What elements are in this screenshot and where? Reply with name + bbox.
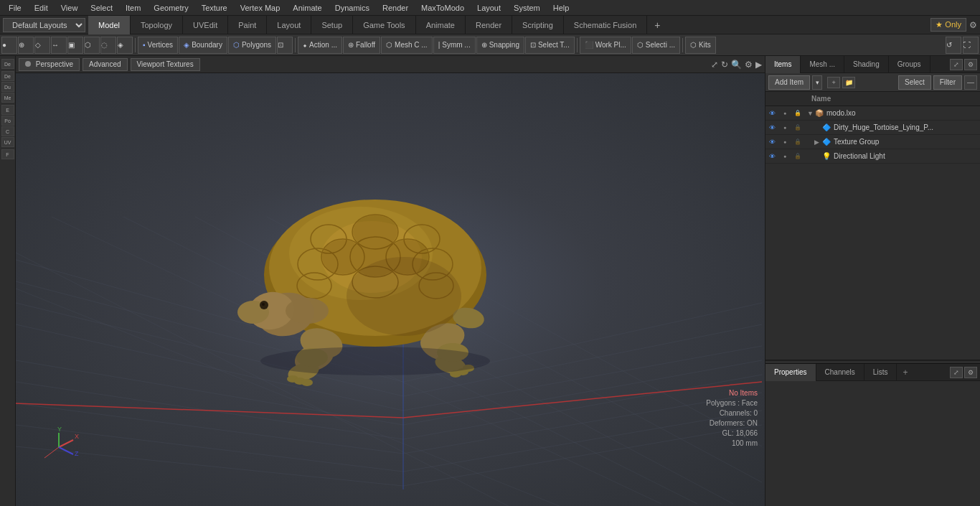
sidebar-tool-6[interactable]: Po: [1, 116, 14, 126]
fullscreen-btn[interactable]: ⛶: [963, 37, 979, 54]
viewport-perspective-toggle[interactable]: Perspective: [19, 58, 80, 71]
menu-vertex-map[interactable]: Vertex Map: [235, 2, 286, 14]
item-modo-lxo[interactable]: 👁 ● 🔒 ▼ 📦 modo.lxo: [765, 106, 980, 121]
viewport-fit-btn[interactable]: ⤢: [711, 60, 718, 70]
item-new-btn[interactable]: +: [827, 77, 840, 88]
menu-view[interactable]: View: [55, 2, 84, 14]
expand-texture[interactable]: ▶: [814, 139, 821, 146]
tab-items[interactable]: Items: [765, 56, 801, 73]
sidebar-tool-5[interactable]: E: [1, 105, 14, 115]
tool-scale-btn[interactable]: ▣: [67, 37, 83, 54]
menu-file[interactable]: File: [3, 2, 27, 14]
add-item-btn[interactable]: Add Item: [768, 75, 810, 90]
work-pl-btn[interactable]: ⬛ Work Pl...: [580, 37, 631, 54]
vertices-mode-btn[interactable]: ▪ Vertices: [138, 37, 178, 54]
viewport-search-btn[interactable]: 🔍: [731, 60, 742, 70]
tab-layout[interactable]: Layout: [267, 16, 311, 34]
lock-light[interactable]: 🔒: [791, 149, 804, 164]
extra-mode-btn[interactable]: ⊡: [277, 37, 293, 54]
tab-setup[interactable]: Setup: [311, 16, 353, 34]
menu-system[interactable]: System: [508, 2, 546, 14]
kits-btn[interactable]: ⬡ Kits: [685, 37, 716, 54]
viewport-refresh-btn[interactable]: ↻: [721, 60, 728, 70]
viewport-canvas[interactable]: No Items Polygons : Face Channels: 0 Def…: [16, 73, 765, 506]
lock-texture[interactable]: 🔒: [791, 135, 804, 149]
tool-lasso-btn[interactable]: ◇: [34, 37, 50, 54]
sidebar-tool-1[interactable]: De: [1, 59, 14, 69]
filter-btn[interactable]: Filter: [933, 75, 962, 90]
tool-crosshair-btn[interactable]: ⊕: [18, 37, 34, 54]
tab-model[interactable]: Model: [88, 16, 131, 34]
layout-settings-icon[interactable]: ⚙: [969, 20, 977, 30]
tab-animate[interactable]: Animate: [416, 16, 466, 34]
menu-item[interactable]: Item: [120, 2, 146, 14]
vis2-modo-lxo[interactable]: ●: [778, 106, 791, 121]
selecti-btn[interactable]: ⬡ Selecti ...: [632, 37, 680, 54]
sidebar-tool-7[interactable]: C: [1, 126, 14, 136]
sidebar-tool-9[interactable]: F: [1, 149, 14, 159]
add-layout-tab[interactable]: +: [647, 17, 667, 34]
tool-ring-btn[interactable]: ◌: [100, 37, 116, 54]
tab-groups[interactable]: Groups: [889, 56, 930, 73]
tab-scripting[interactable]: Scripting: [512, 16, 564, 34]
menu-dynamics[interactable]: Dynamics: [329, 2, 375, 14]
mesh-c-btn[interactable]: ⬡ Mesh C ...: [381, 37, 433, 54]
menu-render[interactable]: Render: [377, 2, 414, 14]
menu-select[interactable]: Select: [85, 2, 118, 14]
menu-animate[interactable]: Animate: [287, 2, 327, 14]
tool-rotate-btn[interactable]: ⬡: [84, 37, 100, 54]
item-directional-light[interactable]: 👁 ● 🔒 💡 Directional Light: [765, 149, 980, 164]
layout-dropdown[interactable]: Default Layouts: [3, 18, 85, 32]
item-texture-group[interactable]: 👁 ● 🔒 ▶ 🔷 Texture Group: [765, 135, 980, 149]
symm-btn[interactable]: | Symm ...: [433, 37, 476, 54]
sidebar-tool-3[interactable]: Du: [1, 82, 14, 92]
lock-tortoise[interactable]: 🔒: [791, 121, 804, 135]
props-settings-btn[interactable]: ⚙: [964, 367, 977, 378]
sidebar-tool-4[interactable]: Me: [1, 93, 14, 103]
lock-modo-lxo[interactable]: 🔒: [791, 106, 804, 121]
viewport-more-btn[interactable]: ▶: [755, 60, 762, 70]
viewport-advanced-btn[interactable]: Advanced: [83, 58, 127, 71]
tab-mesh[interactable]: Mesh ...: [801, 56, 844, 73]
props-tab-properties[interactable]: Properties: [765, 364, 816, 381]
tool-move-btn[interactable]: ↔: [51, 37, 67, 54]
props-tab-lists[interactable]: Lists: [864, 364, 897, 381]
menu-edit[interactable]: Edit: [29, 2, 54, 14]
item-folder-btn[interactable]: 📁: [842, 77, 855, 88]
vis-tortoise[interactable]: 👁: [765, 121, 778, 135]
tool-snap-btn[interactable]: ●: [1, 37, 17, 54]
sidebar-tool-2[interactable]: De: [1, 71, 14, 81]
sidebar-tool-8[interactable]: UV: [1, 137, 14, 147]
props-expand-btn[interactable]: ⤢: [950, 367, 963, 378]
vis-modo-lxo[interactable]: 👁: [765, 106, 778, 121]
tool-ring2-btn[interactable]: ◈: [117, 37, 133, 54]
vis-light[interactable]: 👁: [765, 149, 778, 164]
props-tab-channels[interactable]: Channels: [816, 364, 864, 381]
panel-expand-btn[interactable]: ⤢: [950, 59, 963, 70]
add-item-dropdown[interactable]: ▾: [812, 75, 822, 90]
snapping-btn[interactable]: ⊕ Snapping: [476, 37, 524, 54]
menu-help[interactable]: Help: [547, 2, 575, 14]
expand-modo-lxo[interactable]: ▼: [807, 110, 814, 117]
tab-render[interactable]: Render: [466, 16, 512, 34]
menu-geometry[interactable]: Geometry: [148, 2, 194, 14]
viewport-textures-btn[interactable]: Viewport Textures: [131, 58, 200, 71]
action-btn[interactable]: ⬥ Action ...: [298, 37, 342, 54]
select-btn[interactable]: Select: [898, 75, 931, 90]
vis-texture[interactable]: 👁: [765, 135, 778, 149]
tab-game-tools[interactable]: Game Tools: [353, 16, 416, 34]
tab-uvedit[interactable]: UVEdit: [183, 16, 228, 34]
menu-texture[interactable]: Texture: [196, 2, 233, 14]
tab-shading[interactable]: Shading: [844, 56, 889, 73]
item-tortoise[interactable]: 👁 ● 🔒 🔷 Dirty_Huge_Tortoise_Lying_P...: [765, 121, 980, 135]
tab-schematic[interactable]: Schematic Fusion: [564, 16, 647, 34]
tab-paint[interactable]: Paint: [228, 16, 267, 34]
menu-layout[interactable]: Layout: [471, 2, 507, 14]
reset-view-btn[interactable]: ↺: [946, 37, 961, 54]
vis2-texture[interactable]: ●: [778, 135, 791, 149]
star-only-label[interactable]: ★ Only: [930, 18, 966, 32]
boundary-mode-btn[interactable]: ◈ Boundary: [179, 37, 227, 54]
vis2-tortoise[interactable]: ●: [778, 121, 791, 135]
props-add-tab[interactable]: +: [897, 365, 913, 380]
tab-topology[interactable]: Topology: [131, 16, 183, 34]
